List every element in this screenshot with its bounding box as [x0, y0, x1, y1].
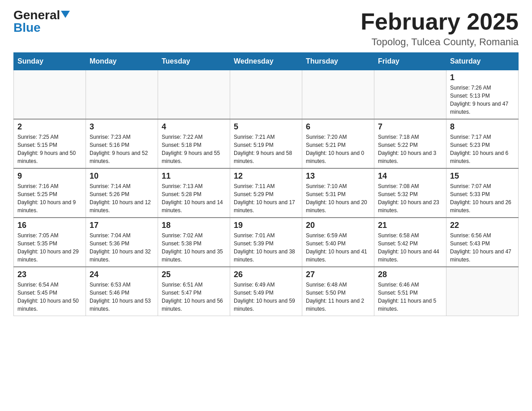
calendar-week-row: 16Sunrise: 7:05 AM Sunset: 5:35 PM Dayli…: [14, 218, 519, 267]
day-info: Sunrise: 7:23 AM Sunset: 5:16 PM Dayligh…: [90, 133, 154, 165]
day-number: 20: [306, 221, 370, 230]
calendar-cell: [374, 70, 446, 120]
day-info: Sunrise: 7:25 AM Sunset: 5:15 PM Dayligh…: [17, 133, 82, 165]
day-number: 24: [90, 270, 154, 279]
calendar-week-row: 23Sunrise: 6:54 AM Sunset: 5:45 PM Dayli…: [14, 267, 519, 316]
calendar-cell: 13Sunrise: 7:10 AM Sunset: 5:31 PM Dayli…: [302, 168, 374, 218]
day-number: 14: [378, 171, 442, 181]
day-number: 22: [450, 221, 515, 230]
calendar-cell: 9Sunrise: 7:16 AM Sunset: 5:25 PM Daylig…: [14, 168, 86, 218]
calendar-cell: 18Sunrise: 7:02 AM Sunset: 5:38 PM Dayli…: [158, 218, 230, 267]
calendar-cell: 2Sunrise: 7:25 AM Sunset: 5:15 PM Daylig…: [14, 119, 86, 168]
day-number: 11: [162, 171, 226, 181]
calendar-week-row: 1Sunrise: 7:26 AM Sunset: 5:13 PM Daylig…: [14, 70, 519, 120]
day-info: Sunrise: 7:13 AM Sunset: 5:28 PM Dayligh…: [162, 182, 226, 214]
calendar-cell: 25Sunrise: 6:51 AM Sunset: 5:47 PM Dayli…: [158, 267, 230, 316]
day-number: 17: [90, 221, 154, 230]
day-number: 15: [450, 171, 515, 181]
day-number: 12: [234, 171, 298, 181]
calendar-cell: 4Sunrise: 7:22 AM Sunset: 5:18 PM Daylig…: [158, 119, 230, 168]
day-info: Sunrise: 6:48 AM Sunset: 5:50 PM Dayligh…: [306, 281, 370, 313]
calendar-cell: 26Sunrise: 6:49 AM Sunset: 5:49 PM Dayli…: [230, 267, 302, 316]
calendar-cell: 28Sunrise: 6:46 AM Sunset: 5:51 PM Dayli…: [374, 267, 446, 316]
calendar-header-tuesday: Tuesday: [158, 53, 230, 70]
calendar-week-row: 9Sunrise: 7:16 AM Sunset: 5:25 PM Daylig…: [14, 168, 519, 218]
calendar-cell: 17Sunrise: 7:04 AM Sunset: 5:36 PM Dayli…: [86, 218, 158, 267]
day-info: Sunrise: 7:14 AM Sunset: 5:26 PM Dayligh…: [90, 182, 154, 214]
calendar-cell: 15Sunrise: 7:07 AM Sunset: 5:33 PM Dayli…: [446, 168, 519, 218]
calendar-cell: 21Sunrise: 6:58 AM Sunset: 5:42 PM Dayli…: [374, 218, 446, 267]
calendar-week-row: 2Sunrise: 7:25 AM Sunset: 5:15 PM Daylig…: [14, 119, 519, 168]
day-info: Sunrise: 7:21 AM Sunset: 5:19 PM Dayligh…: [234, 133, 298, 165]
day-info: Sunrise: 7:22 AM Sunset: 5:18 PM Dayligh…: [162, 133, 226, 165]
calendar-cell: 27Sunrise: 6:48 AM Sunset: 5:50 PM Dayli…: [302, 267, 374, 316]
page-header: General Blue February 2025 Topolog, Tulc…: [13, 9, 519, 48]
calendar-cell: 7Sunrise: 7:18 AM Sunset: 5:22 PM Daylig…: [374, 119, 446, 168]
logo: General Blue: [13, 9, 70, 34]
location-title: Topolog, Tulcea County, Romania: [360, 36, 519, 48]
calendar-cell: 23Sunrise: 6:54 AM Sunset: 5:45 PM Dayli…: [14, 267, 86, 316]
calendar-header-saturday: Saturday: [446, 53, 519, 70]
day-number: 5: [234, 122, 298, 132]
day-info: Sunrise: 7:08 AM Sunset: 5:32 PM Dayligh…: [378, 182, 442, 214]
calendar-header-sunday: Sunday: [14, 53, 86, 70]
day-info: Sunrise: 6:49 AM Sunset: 5:49 PM Dayligh…: [234, 281, 298, 313]
day-number: 21: [378, 221, 442, 230]
day-number: 19: [234, 221, 298, 230]
calendar-cell: [86, 70, 158, 120]
day-number: 3: [90, 122, 154, 132]
day-info: Sunrise: 7:05 AM Sunset: 5:35 PM Dayligh…: [17, 231, 82, 264]
day-info: Sunrise: 7:10 AM Sunset: 5:31 PM Dayligh…: [306, 182, 370, 214]
day-number: 2: [17, 122, 82, 132]
logo-blue-text: Blue: [13, 21, 41, 34]
calendar-cell: 22Sunrise: 6:56 AM Sunset: 5:43 PM Dayli…: [446, 218, 519, 267]
day-info: Sunrise: 6:53 AM Sunset: 5:46 PM Dayligh…: [90, 281, 154, 313]
calendar-header-thursday: Thursday: [302, 53, 374, 70]
day-info: Sunrise: 7:20 AM Sunset: 5:21 PM Dayligh…: [306, 133, 370, 165]
day-info: Sunrise: 7:18 AM Sunset: 5:22 PM Dayligh…: [378, 133, 442, 165]
calendar-cell: 20Sunrise: 6:59 AM Sunset: 5:40 PM Dayli…: [302, 218, 374, 267]
calendar-cell: 16Sunrise: 7:05 AM Sunset: 5:35 PM Dayli…: [14, 218, 86, 267]
calendar-cell: 19Sunrise: 7:01 AM Sunset: 5:39 PM Dayli…: [230, 218, 302, 267]
day-info: Sunrise: 7:02 AM Sunset: 5:38 PM Dayligh…: [162, 231, 226, 264]
calendar-cell: [158, 70, 230, 120]
calendar-cell: 1Sunrise: 7:26 AM Sunset: 5:13 PM Daylig…: [446, 70, 519, 120]
day-number: 26: [234, 270, 298, 279]
calendar-cell: 24Sunrise: 6:53 AM Sunset: 5:46 PM Dayli…: [86, 267, 158, 316]
day-info: Sunrise: 7:04 AM Sunset: 5:36 PM Dayligh…: [90, 231, 154, 264]
calendar-header-wednesday: Wednesday: [230, 53, 302, 70]
calendar-header-friday: Friday: [374, 53, 446, 70]
day-info: Sunrise: 7:16 AM Sunset: 5:25 PM Dayligh…: [17, 182, 82, 214]
calendar-cell: 11Sunrise: 7:13 AM Sunset: 5:28 PM Dayli…: [158, 168, 230, 218]
logo-general-text: General: [13, 9, 60, 21]
calendar-cell: 10Sunrise: 7:14 AM Sunset: 5:26 PM Dayli…: [86, 168, 158, 218]
month-title: February 2025: [360, 9, 519, 34]
calendar-cell: 6Sunrise: 7:20 AM Sunset: 5:21 PM Daylig…: [302, 119, 374, 168]
day-number: 6: [306, 122, 370, 132]
day-info: Sunrise: 6:59 AM Sunset: 5:40 PM Dayligh…: [306, 231, 370, 264]
calendar-cell: [230, 70, 302, 120]
logo-triangle-icon: [61, 11, 70, 18]
day-number: 10: [90, 171, 154, 181]
calendar-cell: 14Sunrise: 7:08 AM Sunset: 5:32 PM Dayli…: [374, 168, 446, 218]
calendar-cell: 5Sunrise: 7:21 AM Sunset: 5:19 PM Daylig…: [230, 119, 302, 168]
day-number: 8: [450, 122, 515, 132]
day-number: 28: [378, 270, 442, 279]
calendar-table: SundayMondayTuesdayWednesdayThursdayFrid…: [13, 52, 519, 316]
day-number: 27: [306, 270, 370, 279]
calendar-cell: 8Sunrise: 7:17 AM Sunset: 5:23 PM Daylig…: [446, 119, 519, 168]
day-number: 1: [450, 73, 515, 82]
day-info: Sunrise: 7:11 AM Sunset: 5:29 PM Dayligh…: [234, 182, 298, 214]
day-info: Sunrise: 7:01 AM Sunset: 5:39 PM Dayligh…: [234, 231, 298, 264]
day-number: 13: [306, 171, 370, 181]
day-info: Sunrise: 6:54 AM Sunset: 5:45 PM Dayligh…: [17, 281, 82, 313]
calendar-header-monday: Monday: [86, 53, 158, 70]
day-info: Sunrise: 7:26 AM Sunset: 5:13 PM Dayligh…: [450, 84, 515, 116]
day-info: Sunrise: 7:17 AM Sunset: 5:23 PM Dayligh…: [450, 133, 515, 165]
day-info: Sunrise: 6:58 AM Sunset: 5:42 PM Dayligh…: [378, 231, 442, 264]
day-number: 16: [17, 221, 82, 230]
day-number: 7: [378, 122, 442, 132]
day-number: 25: [162, 270, 226, 279]
day-info: Sunrise: 7:07 AM Sunset: 5:33 PM Dayligh…: [450, 182, 515, 214]
calendar-cell: 12Sunrise: 7:11 AM Sunset: 5:29 PM Dayli…: [230, 168, 302, 218]
